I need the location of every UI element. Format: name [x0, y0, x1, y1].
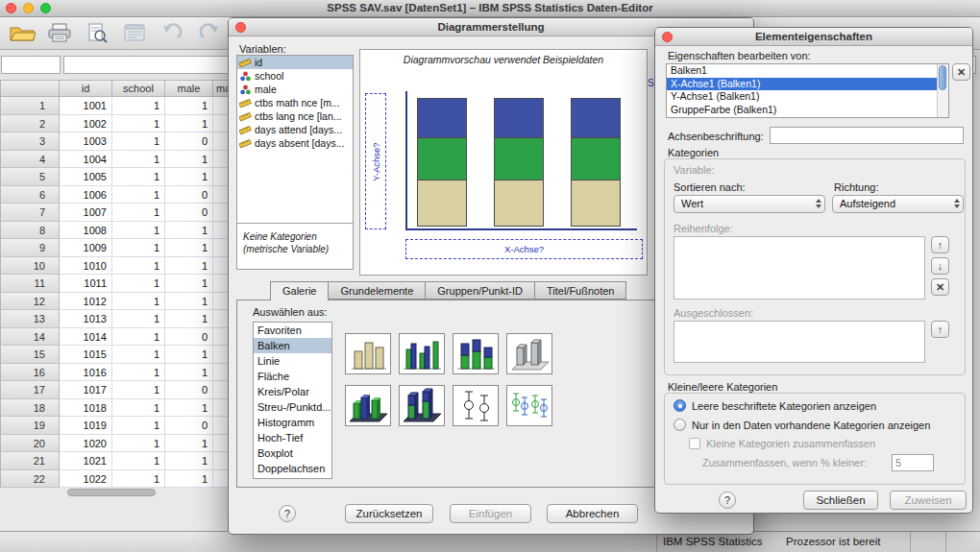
row-number[interactable]: 3	[0, 132, 60, 151]
row-number[interactable]: 6	[0, 186, 60, 204]
property-item[interactable]: GruppeFarbe (Balken1)	[667, 104, 948, 117]
minimize-window-button[interactable]	[23, 3, 34, 13]
row-number[interactable]: 9	[0, 239, 60, 257]
column-header-school[interactable]: school	[112, 80, 165, 97]
cell-male[interactable]: 0	[165, 417, 213, 435]
exclude-button[interactable]: ✕	[931, 278, 949, 296]
move-up-button[interactable]: ↑	[931, 236, 949, 253]
cell-id[interactable]: 1013	[60, 310, 112, 328]
row-number[interactable]: 17	[0, 381, 60, 399]
cell-id[interactable]: 1008	[60, 222, 112, 240]
include-button[interactable]: ↑	[931, 321, 949, 338]
excluded-listbox[interactable]	[674, 321, 925, 363]
remove-element-button[interactable]: ✕	[952, 63, 970, 81]
close-dialog-button[interactable]	[235, 22, 246, 33]
cell-id[interactable]: 1002	[60, 115, 112, 133]
gallery-category-item[interactable]: Histogramm	[254, 415, 331, 430]
cell-male[interactable]: 1	[165, 257, 213, 276]
print-preview-button[interactable]	[83, 21, 111, 46]
row-number[interactable]: 18	[0, 399, 60, 418]
recall-dialogs-button[interactable]	[120, 21, 149, 46]
cell-id[interactable]: 1018	[60, 399, 112, 418]
gallery-category-item[interactable]: Hoch-Tief	[254, 430, 331, 445]
gallery-category-item[interactable]: Fläche	[254, 369, 331, 384]
cell-male[interactable]: 1	[165, 470, 213, 489]
cell-male[interactable]: 0	[165, 132, 213, 151]
radio-show-empty-categories[interactable]	[674, 399, 686, 412]
gallery-category-item[interactable]: Boxplot	[254, 445, 331, 461]
gallery-category-item[interactable]: Balken	[254, 338, 331, 353]
cell-school[interactable]: 1	[112, 310, 165, 328]
variable-item[interactable]: days attend [days...	[237, 123, 353, 136]
tab-galerie[interactable]: Galerie	[270, 281, 329, 300]
variable-item[interactable]: male	[237, 83, 353, 96]
cell-school[interactable]: 1	[112, 293, 165, 311]
cell-school[interactable]: 1	[112, 239, 165, 257]
cell-id[interactable]: 1009	[60, 239, 112, 257]
cell-male[interactable]: 1	[165, 364, 213, 382]
y-axis-drop-zone[interactable]: Y-Achse?	[365, 93, 386, 229]
list-scrollbar[interactable]	[937, 64, 948, 117]
row-number[interactable]: 12	[0, 293, 60, 311]
row-number[interactable]: 2	[0, 115, 60, 133]
x-axis-drop-zone[interactable]: X-Achse?	[405, 239, 643, 259]
variable-item[interactable]: ctbs lang nce [lan...	[237, 109, 353, 123]
cell-male[interactable]: 1	[165, 275, 213, 293]
gallery-thumbnail-clustered-bar[interactable]	[399, 333, 445, 374]
chart-preview-canvas[interactable]: Diagrammvorschau verwendet Beispieldaten…	[359, 49, 648, 276]
cell-school[interactable]: 1	[112, 204, 165, 222]
cell-school[interactable]: 1	[112, 381, 165, 399]
zoom-window-button[interactable]	[40, 3, 51, 13]
open-file-button[interactable]	[8, 21, 37, 46]
property-item[interactable]: X-Achse1 (Balken1)	[667, 78, 948, 91]
tab-grundelemente[interactable]: Grundelemente	[328, 281, 426, 300]
cell-school[interactable]: 1	[112, 151, 165, 169]
cell-male[interactable]: 1	[165, 293, 213, 311]
variable-item[interactable]: id	[237, 56, 353, 69]
cell-school[interactable]: 1	[112, 97, 165, 115]
row-number[interactable]: 4	[0, 151, 60, 169]
cell-id[interactable]: 1012	[60, 293, 112, 311]
row-number[interactable]: 10	[0, 257, 60, 276]
row-number[interactable]: 19	[0, 417, 60, 435]
cell-id[interactable]: 1020	[60, 435, 112, 453]
cell-school[interactable]: 1	[112, 328, 165, 347]
sort-by-dropdown[interactable]: Wert	[674, 195, 825, 213]
row-number[interactable]: 11	[0, 275, 60, 293]
apply-button[interactable]: Zuweisen	[890, 491, 967, 510]
cell-id[interactable]: 1019	[60, 417, 112, 435]
reset-button[interactable]: Zurücksetzen	[345, 504, 433, 523]
cell-male[interactable]: 1	[165, 399, 213, 418]
redo-button[interactable]	[195, 21, 224, 46]
close-window-button[interactable]	[6, 3, 16, 13]
cell-id[interactable]: 1007	[60, 204, 112, 222]
gallery-category-item[interactable]: Linie	[254, 353, 331, 369]
row-number[interactable]: 1	[0, 97, 60, 115]
property-item[interactable]: Y-Achse1 (Balken1)	[667, 90, 948, 104]
column-header-male[interactable]: male	[165, 80, 213, 97]
row-number[interactable]: 14	[0, 328, 60, 347]
variable-item[interactable]: ctbs math nce [m...	[237, 96, 353, 109]
cell-male[interactable]: 0	[165, 186, 213, 204]
cell-school[interactable]: 1	[112, 435, 165, 453]
row-number[interactable]: 8	[0, 222, 60, 240]
element-properties-titlebar[interactable]: Elementeigenschaften	[655, 28, 972, 46]
cell-id[interactable]: 1004	[60, 151, 112, 169]
cell-school[interactable]: 1	[112, 470, 165, 489]
collapse-small-categories-checkbox[interactable]	[689, 438, 700, 449]
cell-male[interactable]: 0	[165, 381, 213, 399]
cancel-button[interactable]: Abbrechen	[547, 504, 638, 523]
cell-male[interactable]: 1	[165, 452, 213, 470]
help-button[interactable]: ?	[719, 492, 736, 509]
print-button[interactable]	[45, 21, 74, 46]
cell-male[interactable]: 1	[165, 346, 213, 364]
cell-id[interactable]: 1005	[60, 168, 112, 186]
cell-school[interactable]: 1	[112, 257, 165, 276]
gallery-thumbnail-error-bar[interactable]	[453, 385, 499, 426]
gallery-thumbnail-simple-bar[interactable]	[345, 333, 391, 374]
cell-male[interactable]: 1	[165, 97, 213, 115]
property-item[interactable]: Balken1	[667, 64, 948, 78]
undo-button[interactable]	[158, 21, 186, 46]
variable-item[interactable]: school	[237, 69, 353, 83]
cell-school[interactable]: 1	[112, 186, 165, 204]
